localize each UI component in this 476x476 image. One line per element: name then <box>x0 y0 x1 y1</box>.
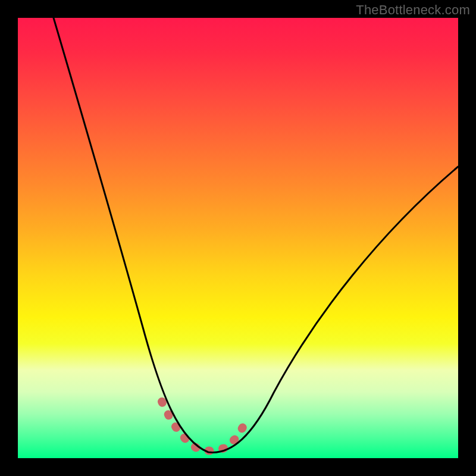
watermark-text: TheBottleneck.com <box>356 2 470 18</box>
bottleneck-curve <box>54 18 458 452</box>
plot-area <box>18 18 458 458</box>
bottleneck-curve-svg <box>18 18 458 458</box>
curve-highlight-dashes <box>162 402 244 451</box>
outer-frame: TheBottleneck.com <box>0 0 476 476</box>
